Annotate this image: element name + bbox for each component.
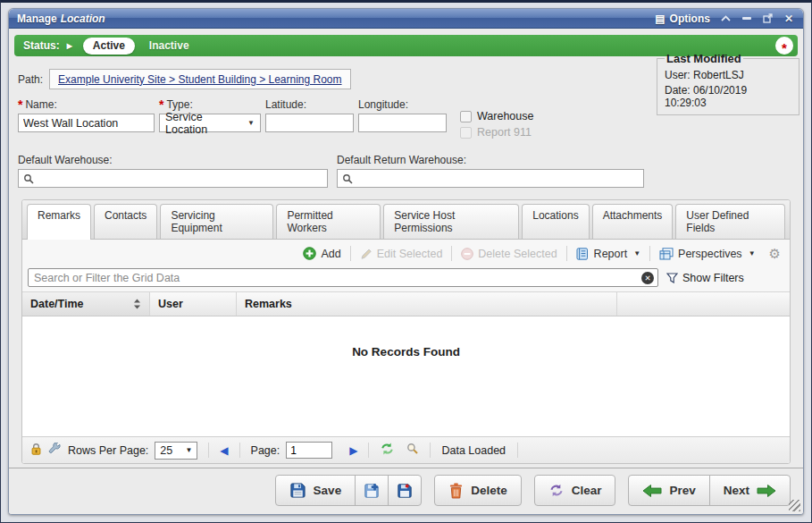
pager-separator — [208, 443, 209, 458]
grid-toolbar: Add Edit Selected Delete Selected — [22, 240, 790, 266]
last-modified-date: Date: 06/10/2019 10:29:03 — [665, 84, 791, 109]
last-modified-box: Last Modified User: RobertLSJ Date: 06/1… — [657, 52, 799, 115]
options-menu-icon: ▤ — [655, 13, 665, 25]
default-warehouse-field[interactable] — [18, 169, 328, 188]
column-header-remarks[interactable]: Remarks — [237, 292, 617, 316]
last-modified-user: User: RobertLSJ — [665, 69, 791, 81]
pencil-icon — [360, 248, 373, 260]
path-label: Path: — [18, 73, 43, 86]
type-select[interactable]: Service Location ▼ — [159, 114, 261, 132]
show-filters-button[interactable]: Show Filters — [666, 272, 744, 284]
tab-strip: Remarks Contacts Servicing Equipment Per… — [22, 200, 790, 240]
next-button[interactable]: Next — [709, 475, 791, 506]
next-page-button[interactable]: ▶ — [349, 444, 357, 457]
page-number-input[interactable] — [286, 442, 332, 459]
add-label: Add — [321, 248, 340, 260]
tab-permitted-workers[interactable]: Permitted Workers — [276, 204, 381, 239]
tab-user-defined-fields[interactable]: User Defined Fields — [675, 204, 785, 239]
path-breadcrumb-link[interactable]: Example Univerity Site > Student Buildin… — [58, 73, 342, 86]
grid-pager: Rows Per Page: 25 ▼ ◀ Page: ▶ — [22, 436, 790, 463]
delete-button[interactable]: Delete — [434, 475, 522, 506]
status-arrow-icon: ▶ — [67, 42, 72, 50]
longitude-field[interactable] — [358, 114, 447, 132]
gear-icon[interactable]: ⚙ — [769, 246, 781, 262]
remove-icon — [461, 248, 473, 260]
perspectives-button[interactable]: Perspectives ▼ — [655, 246, 759, 262]
empty-message: No Records Found — [352, 345, 460, 359]
type-required-icon: * — [159, 101, 163, 108]
save-and-close-button[interactable] — [388, 475, 422, 506]
name-field[interactable] — [18, 114, 155, 132]
tab-remarks[interactable]: Remarks — [27, 204, 91, 240]
delete-selected-button: Delete Selected — [456, 246, 561, 262]
report-button[interactable]: Report ▼ — [572, 246, 645, 262]
status-label: Status: — [23, 39, 60, 52]
type-select-value: Service Location — [165, 111, 240, 136]
status-option-active[interactable]: Active — [83, 38, 135, 55]
funnel-icon — [666, 273, 678, 283]
status-option-inactive[interactable]: Inactive — [149, 39, 189, 52]
rows-per-page-select[interactable]: 25 ▼ — [155, 442, 197, 460]
wrench-icon[interactable] — [48, 443, 62, 459]
pager-separator — [368, 443, 369, 458]
latitude-field[interactable] — [265, 114, 354, 132]
grid-search-input[interactable] — [28, 268, 658, 287]
minus-icon — [742, 17, 751, 20]
tab-attachments[interactable]: Attachments — [592, 204, 674, 239]
close-button[interactable]: ✕ — [784, 13, 793, 25]
tab-servicing-equipment[interactable]: Servicing Equipment — [160, 204, 273, 239]
tab-service-host-permissions[interactable]: Service Host Permissions — [383, 204, 519, 239]
pager-separator — [517, 443, 518, 458]
return-warehouse-search-icon — [342, 173, 354, 188]
clear-search-icon[interactable]: ✕ — [641, 272, 654, 284]
pager-separator — [239, 443, 240, 458]
grid-body: No Records Found — [22, 316, 790, 436]
default-return-warehouse-label: Default Return Warehouse: — [337, 154, 466, 166]
path-box: Example Univerity Site > Student Buildin… — [49, 69, 351, 89]
options-button[interactable]: ▤ Options — [655, 13, 710, 25]
perspectives-label: Perspectives — [678, 248, 742, 260]
save-and-new-button[interactable] — [355, 475, 389, 506]
add-button[interactable]: Add — [298, 245, 345, 262]
lock-icon[interactable] — [30, 443, 42, 458]
warehouse-search-icon — [23, 173, 35, 188]
next-arrow-icon — [757, 484, 776, 498]
collapse-button[interactable] — [721, 15, 731, 21]
report-label: Report — [594, 248, 628, 260]
last-modified-legend: Last Modified — [665, 52, 743, 65]
tab-locations[interactable]: Locations — [522, 204, 589, 239]
manage-location-window: Manage Location ▤ Options ✕ — [8, 8, 804, 515]
clear-button[interactable]: Clear — [534, 475, 616, 506]
toolbar-separator — [350, 246, 351, 261]
warehouse-checkbox[interactable]: Warehouse — [460, 110, 533, 122]
window-title-prefix: Manage — [17, 13, 57, 25]
add-icon — [303, 247, 316, 260]
minimize-button[interactable] — [742, 17, 751, 20]
trash-icon — [448, 482, 464, 499]
toolbar-separator — [649, 246, 650, 261]
column-header-user[interactable]: User — [150, 292, 237, 316]
resize-handle[interactable] — [789, 500, 800, 511]
window-title-emphasis: Location — [61, 13, 105, 25]
latitude-label: Latitude: — [265, 98, 306, 111]
footer-bar: Save Delete Clear Prev — [9, 468, 803, 514]
pager-search-icon[interactable] — [406, 443, 419, 458]
toolbar-separator — [451, 246, 452, 261]
warehouse-checkbox-box — [460, 111, 472, 122]
screen: Manage Location ▤ Options ✕ — [0, 0, 812, 523]
previous-page-button[interactable]: ◀ — [220, 444, 228, 457]
popout-button[interactable] — [763, 13, 773, 23]
refresh-grid-button[interactable] — [380, 443, 395, 458]
default-return-warehouse-field[interactable] — [337, 169, 644, 188]
save-and-close-icon — [397, 483, 413, 499]
column-label: Date/Time — [30, 298, 84, 310]
rows-per-page-caret-icon: ▼ — [185, 446, 192, 454]
prev-button[interactable]: Prev — [628, 475, 709, 506]
save-button[interactable]: Save — [275, 475, 356, 506]
page-label: Page: — [251, 444, 280, 457]
edit-selected-button: Edit Selected — [356, 246, 448, 262]
next-label: Next — [724, 484, 749, 497]
column-header-datetime[interactable]: Date/Time — [22, 292, 150, 316]
title-bar: Manage Location ▤ Options ✕ — [9, 9, 803, 29]
tab-contacts[interactable]: Contacts — [94, 204, 157, 239]
